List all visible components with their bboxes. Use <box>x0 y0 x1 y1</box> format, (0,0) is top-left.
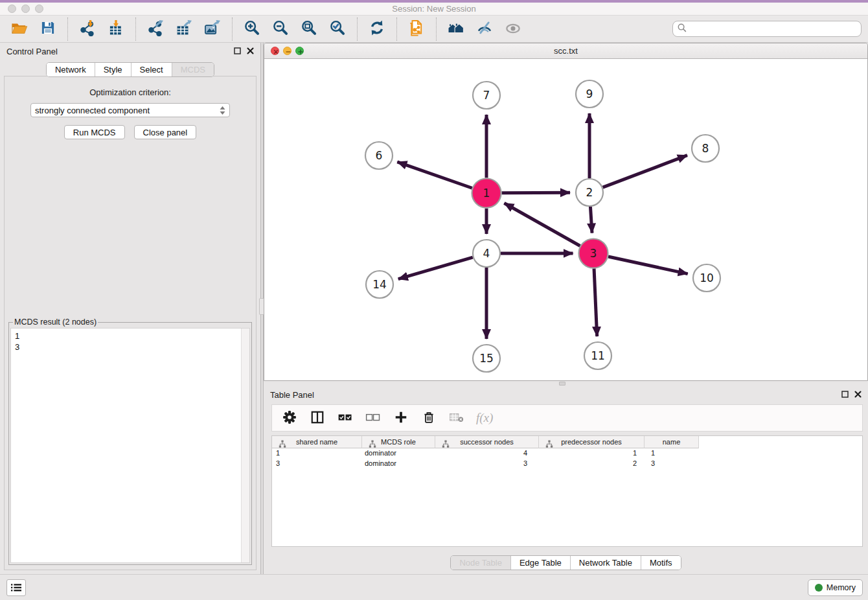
float-panel-icon[interactable] <box>234 45 241 57</box>
zoom-out-button[interactable] <box>271 19 290 39</box>
import-table-icon <box>108 19 124 38</box>
network-close-button[interactable] <box>271 47 279 55</box>
tab-motifs[interactable]: Motifs <box>641 556 681 570</box>
tab-network-table[interactable]: Network Table <box>570 556 641 570</box>
tab-style[interactable]: Style <box>95 63 131 76</box>
import-table-button[interactable] <box>106 19 126 39</box>
graph-edge-2-8[interactable] <box>603 156 687 188</box>
network-minimize-button[interactable] <box>283 47 291 55</box>
graph-edge-3-11[interactable] <box>594 268 597 336</box>
close-panel-button[interactable]: Close panel <box>134 125 197 139</box>
mcds-result-line: 1 <box>15 330 246 341</box>
home-button[interactable] <box>446 19 466 39</box>
column-header-shared-name[interactable]: shared name <box>272 436 362 448</box>
open-network-file-button[interactable] <box>407 19 426 39</box>
toolbar-group <box>232 17 357 41</box>
table-cell[interactable]: 3 <box>435 459 539 469</box>
zoom-selected-icon <box>329 19 346 38</box>
tab-edge-table[interactable]: Edge Table <box>510 556 570 570</box>
result-scrollbar[interactable] <box>241 329 249 562</box>
zoom-in-button[interactable] <box>242 19 262 39</box>
graph-node-label-7: 7 <box>483 89 490 102</box>
fx-icon: f(x) <box>476 411 493 425</box>
table-cell[interactable]: dominator <box>362 448 435 459</box>
table-cell[interactable]: 3 <box>272 459 362 469</box>
apply-preferred-layout-button[interactable] <box>367 19 387 39</box>
create-new-column-button[interactable] <box>393 410 409 426</box>
tab-node-table[interactable]: Node Table <box>451 556 510 570</box>
show-column-panel-button[interactable] <box>309 410 326 426</box>
control-panel: Control Panel NetworkStyleSelectMCDS Opt… <box>0 43 260 574</box>
grid-x-icon <box>449 411 464 426</box>
refresh-icon <box>369 19 385 38</box>
graph-edge-3-1[interactable] <box>504 203 580 246</box>
network-window-title: scc.txt <box>264 46 867 56</box>
export-table-button[interactable] <box>174 19 194 39</box>
tab-select[interactable]: Select <box>131 63 172 76</box>
eye-slash-icon <box>476 19 493 38</box>
graph-edge-1-2[interactable] <box>501 192 570 193</box>
search-input[interactable] <box>687 23 861 36</box>
run-mcds-button[interactable]: Run MCDS <box>64 125 125 139</box>
delete-columns-button[interactable] <box>420 410 437 426</box>
table-row[interactable]: 3dominator323 <box>272 459 862 469</box>
column-label: shared name <box>296 438 337 446</box>
export-network-button[interactable] <box>146 19 165 39</box>
tab-mcds[interactable]: MCDS <box>172 63 214 76</box>
import-network-icon <box>79 19 96 38</box>
graph-edge-2-3[interactable] <box>590 207 592 233</box>
graph-edge-4-14[interactable] <box>398 257 473 279</box>
node-table: shared nameMCDS rolesuccessor nodesprede… <box>271 435 863 547</box>
graph-node-label-1: 1 <box>483 187 490 200</box>
graph-node-label-10: 10 <box>700 271 714 284</box>
delete-table-button <box>448 410 465 426</box>
mcds-tab-content: Optimization criterion: strongly connect… <box>4 76 257 570</box>
table-close-panel-icon[interactable] <box>854 389 862 400</box>
task-history-button[interactable] <box>6 579 26 596</box>
table-cell[interactable]: 4 <box>435 448 539 459</box>
horizontal-splitter-handle[interactable] <box>559 382 565 386</box>
table-cell[interactable]: 1 <box>272 448 362 459</box>
network-window-titlebar[interactable]: scc.txt <box>264 43 867 59</box>
table-cell[interactable]: 3 <box>645 459 699 469</box>
horizontal-splitter[interactable] <box>264 381 868 386</box>
graph-edge-1-6[interactable] <box>397 162 472 188</box>
toolbar-group <box>396 17 436 41</box>
export-image-button[interactable] <box>203 19 222 39</box>
table-cell[interactable]: dominator <box>362 459 435 469</box>
table-float-panel-icon[interactable] <box>841 389 849 400</box>
memory-button[interactable]: Memory <box>808 579 863 596</box>
main-toolbar <box>0 16 868 43</box>
network-canvas[interactable]: 1234678910111415 <box>264 59 867 380</box>
close-panel-icon[interactable] <box>247 45 254 57</box>
toggle-graphics-details-button[interactable] <box>475 19 494 39</box>
table-cell[interactable]: 1 <box>539 448 645 459</box>
table-cell[interactable]: 2 <box>539 459 645 469</box>
unselect-all-columns-button[interactable] <box>365 410 382 426</box>
table-row[interactable]: 1dominator411 <box>272 448 862 459</box>
uncheck-all-icon <box>365 411 381 426</box>
search-box[interactable] <box>672 21 862 37</box>
select-all-columns-button[interactable] <box>337 410 354 426</box>
control-panel-header: Control Panel <box>0 43 260 60</box>
zoom-fit-button[interactable] <box>299 19 319 39</box>
memory-label: Memory <box>827 583 856 592</box>
table-mode-button[interactable] <box>281 410 298 426</box>
zoom-in-icon <box>244 19 260 38</box>
network-maximize-button[interactable] <box>295 47 304 55</box>
column-header-MCDS-role[interactable]: MCDS role <box>362 436 435 448</box>
network-file-icon <box>408 19 425 38</box>
table-cell[interactable]: 1 <box>645 448 699 459</box>
graph-edge-3-10[interactable] <box>608 257 688 274</box>
column-header-name[interactable]: name <box>645 436 699 448</box>
zoom-selected-button[interactable] <box>328 19 347 39</box>
save-session-button[interactable] <box>38 19 58 39</box>
import-network-button[interactable] <box>78 19 97 39</box>
mcds-result-area[interactable]: 13 <box>10 328 250 563</box>
column-header-predecessor-nodes[interactable]: predecessor nodes <box>539 436 645 448</box>
open-session-button[interactable] <box>10 19 29 39</box>
column-header-successor-nodes[interactable]: successor nodes <box>435 436 539 448</box>
tab-network[interactable]: Network <box>47 63 95 76</box>
criterion-select[interactable]: strongly connected component <box>30 103 230 117</box>
check-all-icon <box>337 411 353 426</box>
